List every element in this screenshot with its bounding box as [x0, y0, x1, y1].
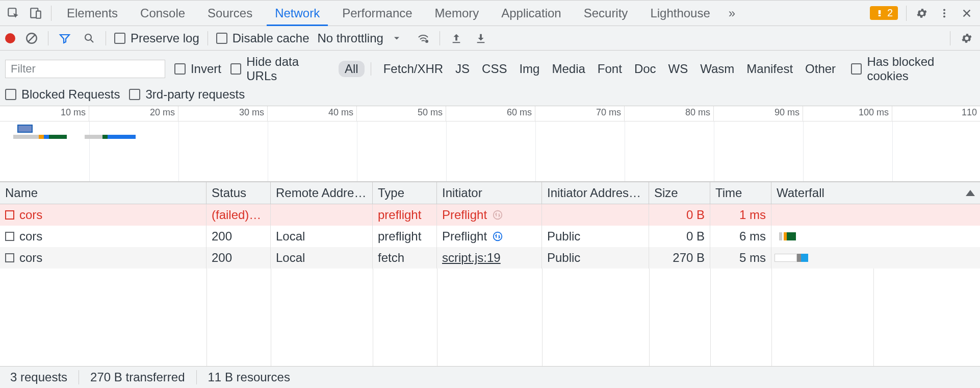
- cell-time: 1 ms: [739, 208, 766, 222]
- cell-status: (failed)…: [212, 208, 261, 222]
- blocked-requests-checkbox[interactable]: Blocked Requests: [5, 87, 120, 102]
- chip-img[interactable]: Img: [513, 61, 546, 77]
- network-settings-icon[interactable]: [959, 32, 975, 44]
- table-row[interactable]: cors (failed)… preflight Preflight 0 B 1…: [0, 204, 980, 226]
- chip-all[interactable]: All: [339, 61, 365, 77]
- table-row[interactable]: cors 200 Local fetch script.js:19 Public…: [0, 247, 980, 269]
- tick-label: 110: [962, 107, 977, 117]
- file-icon: [5, 210, 14, 220]
- chip-manifest[interactable]: Manifest: [740, 61, 799, 77]
- col-remote-address[interactable]: Remote Address…: [271, 182, 373, 204]
- tab-application[interactable]: Application: [490, 1, 572, 26]
- tab-performance[interactable]: Performance: [331, 1, 423, 26]
- checkbox-icon: [216, 33, 227, 44]
- cell-size: 270 B: [673, 251, 705, 265]
- chip-fetch-xhr[interactable]: Fetch/XHR: [377, 61, 449, 77]
- record-button[interactable]: [5, 33, 15, 43]
- svg-rect-3: [879, 10, 881, 14]
- search-icon[interactable]: [81, 32, 97, 44]
- tick-label: 100 ms: [859, 107, 889, 117]
- blocked-requests-label: Blocked Requests: [21, 87, 120, 102]
- table-row[interactable]: cors 200 Local preflight Preflight Publi…: [0, 226, 980, 247]
- tab-security[interactable]: Security: [573, 1, 639, 26]
- chip-font[interactable]: Font: [591, 61, 628, 77]
- has-blocked-cookies-checkbox[interactable]: Has blocked cookies: [851, 55, 975, 83]
- tab-network[interactable]: Network: [264, 1, 331, 26]
- checkbox-icon: [5, 89, 16, 100]
- cell-type: preflight: [378, 229, 421, 244]
- clear-icon[interactable]: [23, 32, 40, 45]
- sort-asc-icon: [966, 190, 975, 196]
- cell-size: 0 B: [686, 208, 705, 222]
- chip-js[interactable]: JS: [449, 61, 476, 77]
- tick-label: 20 ms: [150, 107, 175, 117]
- hide-data-urls-checkbox[interactable]: Hide data URLs: [230, 55, 329, 83]
- cell-initiator: Preflight: [442, 229, 487, 244]
- tick-label: 40 ms: [328, 107, 353, 117]
- checkbox-icon: [174, 63, 186, 75]
- tab-sources[interactable]: Sources: [196, 1, 264, 26]
- overview-selection[interactable]: [17, 125, 33, 133]
- svg-point-5: [943, 9, 945, 11]
- col-time[interactable]: Time: [710, 182, 771, 204]
- upload-har-icon[interactable]: [448, 33, 465, 44]
- overview-timeline[interactable]: 10 ms 20 ms 30 ms 40 ms 50 ms 60 ms 70 m…: [0, 106, 980, 182]
- close-icon[interactable]: [956, 8, 978, 19]
- chip-doc[interactable]: Doc: [628, 61, 662, 77]
- grid-body: cors (failed)… preflight Preflight 0 B 1…: [0, 204, 980, 366]
- chip-ws[interactable]: WS: [662, 61, 694, 77]
- divider: [51, 6, 51, 21]
- issues-badge[interactable]: 2: [870, 6, 898, 20]
- divider: [371, 62, 371, 76]
- divider: [196, 370, 197, 384]
- col-initiator[interactable]: Initiator: [437, 182, 542, 204]
- throttling-select[interactable]: No throttling: [317, 31, 406, 45]
- col-type[interactable]: Type: [373, 182, 437, 204]
- cell-time: 6 ms: [739, 229, 766, 244]
- col-initiator-address[interactable]: Initiator Address…: [542, 182, 649, 204]
- svg-point-11: [494, 211, 502, 220]
- tab-memory[interactable]: Memory: [424, 1, 491, 26]
- tick-label: 70 ms: [596, 107, 621, 117]
- chevron-down-icon: [386, 33, 407, 43]
- invert-checkbox[interactable]: Invert: [174, 62, 221, 76]
- col-name[interactable]: Name: [0, 182, 207, 204]
- divider: [906, 6, 907, 21]
- chip-media[interactable]: Media: [546, 61, 591, 77]
- chip-css[interactable]: CSS: [476, 61, 513, 77]
- filter-icon[interactable]: [57, 32, 73, 44]
- svg-point-12: [494, 232, 502, 241]
- swap-icon: [492, 209, 503, 221]
- file-icon: [5, 253, 14, 262]
- cell-initiator[interactable]: script.js:19: [442, 251, 501, 265]
- tab-console[interactable]: Console: [129, 1, 196, 26]
- download-har-icon[interactable]: [473, 33, 489, 44]
- svg-rect-2: [36, 11, 41, 18]
- col-status[interactable]: Status: [207, 182, 271, 204]
- tab-elements[interactable]: Elements: [56, 1, 129, 26]
- chip-wasm[interactable]: Wasm: [694, 61, 740, 77]
- third-party-checkbox[interactable]: 3rd-party requests: [129, 87, 245, 102]
- network-conditions-icon[interactable]: [415, 32, 431, 44]
- chip-other[interactable]: Other: [799, 61, 842, 77]
- svg-rect-0: [8, 8, 16, 16]
- tab-lighthouse[interactable]: Lighthouse: [639, 1, 721, 26]
- cell-initiator-addr: Public: [547, 229, 580, 244]
- checkbox-icon: [230, 63, 241, 75]
- preserve-log-checkbox[interactable]: Preserve log: [114, 31, 199, 45]
- col-waterfall[interactable]: Waterfall: [771, 182, 980, 204]
- filter-input[interactable]: [5, 60, 165, 78]
- disable-cache-checkbox[interactable]: Disable cache: [216, 31, 310, 45]
- divider: [950, 31, 950, 45]
- tick-label: 50 ms: [418, 107, 443, 117]
- divider: [48, 31, 48, 45]
- kebab-menu-icon[interactable]: [933, 8, 956, 19]
- panel-tabs: Elements Console Sources Network Perform…: [0, 1, 980, 26]
- inspect-element-icon[interactable]: [2, 7, 24, 20]
- col-size[interactable]: Size: [649, 182, 710, 204]
- device-toolbar-icon[interactable]: [24, 7, 47, 20]
- settings-icon[interactable]: [911, 7, 933, 19]
- more-tabs-icon[interactable]: »: [721, 1, 742, 26]
- throttling-value: No throttling: [317, 31, 383, 45]
- network-toolbar: Preserve log Disable cache No throttling: [0, 26, 980, 51]
